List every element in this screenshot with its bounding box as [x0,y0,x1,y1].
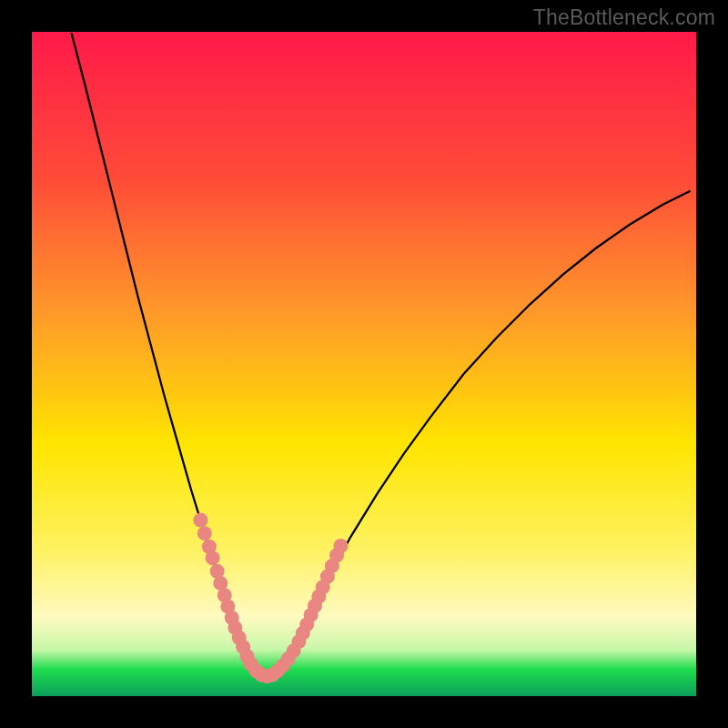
curve-marker [197,526,212,541]
chart-root: TheBottleneck.com [0,0,728,728]
curve-marker [193,513,207,528]
watermark-label: TheBottleneck.com [533,5,715,30]
curve-marker [206,551,220,565]
chart-canvas [0,0,728,728]
plot-background [32,32,696,696]
curve-marker [333,539,348,553]
